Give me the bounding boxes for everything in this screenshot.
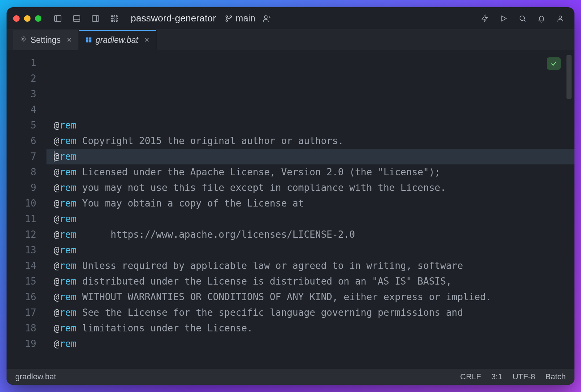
code-line[interactable]: @rem Licensed under the Apache License, … <box>46 164 574 180</box>
svg-point-23 <box>520 16 525 20</box>
gutter-line-number: 18 <box>7 320 36 336</box>
svg-rect-0 <box>54 16 61 21</box>
editor[interactable]: 12345678910111213141516171819 @rem@rem C… <box>7 50 574 369</box>
status-line-ending[interactable]: CRLF <box>460 372 481 381</box>
project-title[interactable]: password-generator <box>131 13 216 24</box>
gutter-line-number: 9 <box>7 180 36 196</box>
tab-label: Settings <box>31 35 61 45</box>
add-user-icon[interactable] <box>259 11 274 26</box>
code-line[interactable]: @rem See the License for the specific la… <box>46 305 574 320</box>
svg-point-10 <box>114 18 115 19</box>
close-icon[interactable]: ✕ <box>144 36 150 44</box>
search-icon[interactable] <box>515 11 530 26</box>
svg-rect-28 <box>89 37 92 40</box>
svg-marker-22 <box>502 16 507 21</box>
user-icon[interactable] <box>553 11 568 26</box>
gutter-line-number: 4 <box>7 102 36 118</box>
branch-icon <box>225 15 233 23</box>
code-line[interactable]: @rem <box>46 336 574 352</box>
svg-point-11 <box>116 18 118 19</box>
svg-point-15 <box>226 16 228 17</box>
minimize-window-button[interactable] <box>24 15 31 22</box>
svg-point-14 <box>116 20 118 21</box>
close-window-button[interactable] <box>13 15 20 22</box>
svg-point-17 <box>230 16 232 17</box>
gutter-line-number: 2 <box>7 71 36 86</box>
gutter-line-number: 8 <box>7 164 36 180</box>
svg-marker-21 <box>482 15 488 21</box>
gutter-line-number: 10 <box>7 196 36 211</box>
code-area[interactable]: @rem@rem Copyright 2015 the original aut… <box>46 50 574 369</box>
status-encoding[interactable]: UTF-8 <box>512 372 535 381</box>
gutter-line-number: 16 <box>7 289 36 305</box>
gutter-line-number: 13 <box>7 242 36 258</box>
code-line[interactable]: @rem Unless required by applicable law o… <box>46 258 574 274</box>
svg-line-24 <box>524 20 526 21</box>
gutter-line-number: 3 <box>7 86 36 102</box>
code-line[interactable]: @rem Copyright 2015 the original author … <box>46 133 574 149</box>
tab-settings[interactable]: Settings ✕ <box>13 30 79 50</box>
titlebar: password-generator main <box>7 7 574 30</box>
bolt-icon[interactable] <box>477 11 492 26</box>
svg-rect-29 <box>86 40 89 42</box>
svg-rect-4 <box>92 16 99 21</box>
gear-icon <box>20 35 27 45</box>
status-bar: gradlew.bat CRLF 3:1 UTF-8 Batch <box>7 369 574 385</box>
run-icon[interactable] <box>496 11 511 26</box>
svg-point-7 <box>114 15 115 17</box>
gutter-line-number: 6 <box>7 133 36 149</box>
windows-icon <box>85 37 92 43</box>
svg-point-8 <box>116 15 118 17</box>
code-line[interactable]: @rem you may not use this file except in… <box>46 180 574 196</box>
window-controls <box>13 15 41 22</box>
status-filename[interactable]: gradlew.bat <box>15 372 450 381</box>
gutter-line-number: 17 <box>7 305 36 320</box>
code-line[interactable]: @rem WITHOUT WARRANTIES OR CONDITIONS OF… <box>46 289 574 305</box>
tab-gradlew[interactable]: gradlew.bat ✕ <box>79 30 157 50</box>
ide-window: password-generator main <box>7 7 574 385</box>
status-language[interactable]: Batch <box>545 372 566 381</box>
panel-left-icon[interactable] <box>50 11 65 26</box>
code-line[interactable]: @rem You may obtain a copy of the Licens… <box>46 196 574 211</box>
status-position[interactable]: 3:1 <box>491 372 503 381</box>
svg-point-25 <box>559 16 561 18</box>
svg-point-9 <box>111 18 113 19</box>
gutter-line-number: 19 <box>7 336 36 352</box>
gutter-line-number: 5 <box>7 118 36 133</box>
svg-point-13 <box>114 20 115 21</box>
gutter-line-number: 15 <box>7 274 36 289</box>
code-line[interactable]: @rem <box>46 118 574 133</box>
grid-icon[interactable] <box>107 11 122 26</box>
code-line[interactable]: @rem distributed under the License is di… <box>46 274 574 289</box>
line-gutter: 12345678910111213141516171819 <box>7 50 46 369</box>
code-line[interactable]: @rem <box>46 242 574 258</box>
maximize-window-button[interactable] <box>35 15 41 22</box>
check-icon <box>550 60 557 67</box>
scrollbar-thumb[interactable] <box>566 55 572 99</box>
code-line[interactable]: @rem limitations under the License. <box>46 320 574 336</box>
svg-point-6 <box>111 15 113 17</box>
code-line[interactable]: @rem <box>46 211 574 227</box>
code-line[interactable]: @rem https://www.apache.org/licenses/LIC… <box>46 227 574 242</box>
panel-bottom-icon[interactable] <box>69 11 84 26</box>
bell-icon[interactable] <box>534 11 549 26</box>
code-line[interactable]: @rem <box>46 149 574 164</box>
close-icon[interactable]: ✕ <box>66 36 72 44</box>
svg-point-18 <box>264 16 267 19</box>
git-branch[interactable]: main <box>225 13 255 24</box>
text-cursor <box>54 151 54 162</box>
problems-ok-badge[interactable] <box>547 57 561 70</box>
panel-right-icon[interactable] <box>88 11 103 26</box>
svg-point-26 <box>23 38 24 40</box>
svg-point-12 <box>111 20 113 21</box>
gutter-line-number: 14 <box>7 258 36 274</box>
svg-rect-2 <box>73 16 80 21</box>
gutter-line-number: 12 <box>7 227 36 242</box>
svg-rect-27 <box>86 37 89 40</box>
gutter-line-number: 7 <box>7 149 36 164</box>
tab-bar: Settings ✕ gradlew.bat ✕ <box>7 30 574 50</box>
code-line[interactable] <box>46 352 574 367</box>
svg-point-16 <box>226 20 228 21</box>
code-line[interactable]: @if "%DEBUG%"=="" @echo off <box>46 367 574 369</box>
branch-name: main <box>236 13 255 24</box>
